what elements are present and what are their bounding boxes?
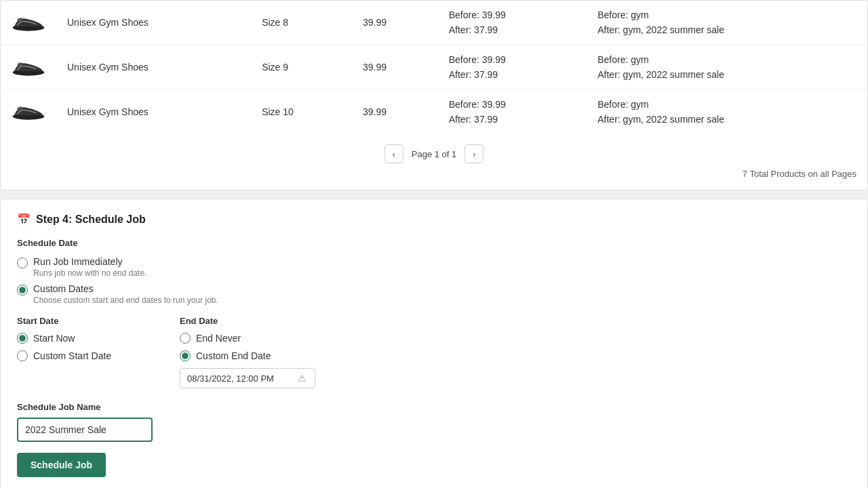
end-never-radio[interactable] bbox=[180, 333, 191, 344]
custom-dates-desc: Choose custom start and end dates to run… bbox=[33, 296, 218, 305]
table-row: Unisex Gym Shoes Size 10 39.99 Before: 3… bbox=[1, 89, 867, 134]
start-date-group: Start Date Start Now Custom Start Date bbox=[17, 316, 125, 388]
schedule-job-button[interactable]: Schedule Job bbox=[17, 453, 106, 477]
product-size: Size 9 bbox=[251, 45, 352, 89]
job-name-label: Schedule Job Name bbox=[17, 402, 851, 412]
product-image bbox=[1, 45, 56, 89]
product-image bbox=[1, 89, 56, 134]
product-size: Size 10 bbox=[251, 89, 352, 134]
product-tags-change: Before: gym After: gym, 2022 summer sale bbox=[587, 1, 867, 45]
custom-end-label: Custom End Date bbox=[196, 350, 271, 361]
product-tags-change: Before: gym After: gym, 2022 summer sale bbox=[587, 45, 867, 89]
product-table: Unisex Gym Shoes Size 8 39.99 Before: 39… bbox=[1, 1, 867, 134]
product-name: Unisex Gym Shoes bbox=[56, 1, 251, 45]
step4-section: 📅 Step 4: Schedule Job Schedule Date Run… bbox=[0, 199, 868, 488]
custom-start-label: Custom Start Date bbox=[33, 350, 111, 361]
job-name-section: Schedule Job Name bbox=[17, 402, 851, 442]
product-price-change: Before: 39.99 After: 37.99 bbox=[438, 89, 587, 134]
start-date-label: Start Date bbox=[17, 316, 125, 326]
product-name: Unisex Gym Shoes bbox=[56, 45, 251, 89]
custom-start-option[interactable]: Custom Start Date bbox=[17, 350, 125, 361]
end-never-option[interactable]: End Never bbox=[180, 333, 315, 344]
step4-header: 📅 Step 4: Schedule Job bbox=[17, 213, 851, 226]
pagination-row: ‹ Page 1 of 1 › bbox=[1, 134, 867, 169]
product-price: 39.99 bbox=[352, 89, 438, 134]
start-now-radio[interactable] bbox=[17, 333, 28, 344]
calendar-icon: 📅 bbox=[17, 213, 31, 226]
pagination-next[interactable]: › bbox=[465, 144, 484, 163]
dates-row: Start Date Start Now Custom Start Date E… bbox=[17, 316, 851, 388]
end-datetime-wrapper: 08/31/2022, 12:00 PM ⚠ bbox=[180, 368, 315, 388]
product-price: 39.99 bbox=[352, 1, 438, 45]
run-immediately-label: Run Job Immediately bbox=[33, 256, 146, 267]
custom-dates-option[interactable]: Custom Dates Choose custom start and end… bbox=[17, 283, 851, 305]
end-never-label: End Never bbox=[196, 333, 241, 344]
end-date-label: End Date bbox=[180, 316, 315, 326]
product-price: 39.99 bbox=[352, 45, 438, 89]
table-row: Unisex Gym Shoes Size 8 39.99 Before: 39… bbox=[1, 1, 867, 45]
product-name: Unisex Gym Shoes bbox=[56, 89, 251, 134]
total-products: 7 Total Products on all Pages bbox=[1, 169, 867, 179]
pagination-info: Page 1 of 1 bbox=[409, 149, 460, 159]
custom-dates-label: Custom Dates bbox=[33, 283, 218, 294]
pagination-prev[interactable]: ‹ bbox=[384, 144, 403, 163]
product-size: Size 8 bbox=[251, 1, 352, 45]
schedule-date-label: Schedule Date bbox=[17, 238, 851, 248]
start-now-option[interactable]: Start Now bbox=[17, 333, 125, 344]
custom-dates-radio[interactable] bbox=[17, 285, 28, 296]
clear-datetime-btn[interactable]: ⚠ bbox=[296, 373, 308, 384]
product-price-change: Before: 39.99 After: 37.99 bbox=[438, 45, 587, 89]
custom-end-radio[interactable] bbox=[180, 350, 191, 361]
run-immediately-desc: Runs job now with no end date. bbox=[33, 268, 146, 278]
custom-end-option[interactable]: Custom End Date bbox=[180, 350, 315, 361]
start-now-label: Start Now bbox=[33, 333, 75, 344]
step4-title: Step 4: Schedule Job bbox=[36, 214, 146, 226]
end-datetime-value: 08/31/2022, 12:00 PM bbox=[187, 373, 296, 384]
run-immediately-radio[interactable] bbox=[17, 258, 28, 268]
product-image bbox=[1, 1, 56, 45]
custom-start-radio[interactable] bbox=[17, 350, 28, 361]
product-tags-change: Before: gym After: gym, 2022 summer sale bbox=[587, 89, 867, 134]
run-immediately-option[interactable]: Run Job Immediately Runs job now with no… bbox=[17, 256, 851, 278]
end-date-group: End Date End Never Custom End Date 08/31… bbox=[180, 316, 315, 388]
job-name-input[interactable] bbox=[17, 418, 153, 442]
product-price-change: Before: 39.99 After: 37.99 bbox=[438, 1, 587, 45]
table-row: Unisex Gym Shoes Size 9 39.99 Before: 39… bbox=[1, 45, 867, 89]
